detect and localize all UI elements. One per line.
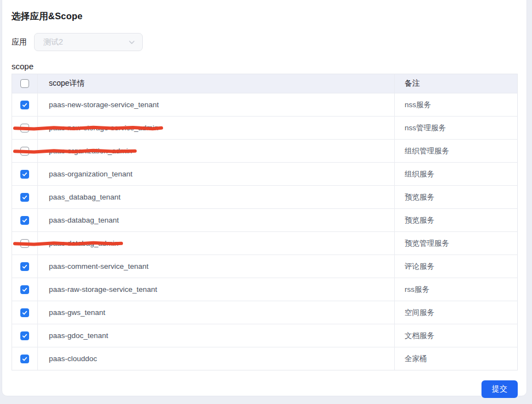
table-row: paas-new-storage-service_admin nss管理服务 xyxy=(12,116,517,139)
footer-bar: 提交 xyxy=(12,380,518,398)
remark-text: 预览管理服务 xyxy=(405,239,449,248)
scope-name: paas-new-storage-service_admin xyxy=(49,124,159,132)
table-header-row: scope详情 备注 xyxy=(12,74,517,93)
select-all-checkbox[interactable] xyxy=(20,79,29,88)
table-row: paas_databag_tenant 预览服务 xyxy=(12,185,517,208)
scope-section-label: scope xyxy=(12,62,518,71)
app-select[interactable]: 测试2 xyxy=(34,33,143,51)
row-checkbox[interactable] xyxy=(20,170,29,179)
scope-name: paas-databag_tenant xyxy=(49,216,119,224)
check-icon xyxy=(21,171,28,178)
page-title: 选择应用&Scope xyxy=(12,10,518,23)
scope-name: paas-organization_admin xyxy=(49,147,132,155)
app-label: 应用 xyxy=(12,37,27,47)
remark-text: 评论服务 xyxy=(405,262,434,272)
app-select-value: 测试2 xyxy=(43,37,63,47)
check-icon xyxy=(21,286,28,293)
check-icon xyxy=(21,194,28,201)
table-row: paas-gws_tenant 空间服务 xyxy=(12,301,517,324)
row-checkbox[interactable] xyxy=(20,331,29,340)
row-checkbox[interactable] xyxy=(20,147,29,156)
column-header-remark: 备注 xyxy=(394,74,517,93)
table-row: paas-clouddoc 全家桶 xyxy=(12,347,517,370)
check-icon xyxy=(21,356,28,362)
row-checkbox[interactable] xyxy=(20,262,29,271)
scope-name: paas-gws_tenant xyxy=(49,308,105,317)
check-icon xyxy=(21,333,28,339)
table-body: paas-new-storage-service_tenant nss服务 pa… xyxy=(12,93,517,370)
table-row: paas-comment-service_tenant 评论服务 xyxy=(12,254,517,278)
row-checkbox[interactable] xyxy=(20,308,29,317)
chevron-down-icon xyxy=(128,38,136,46)
remark-text: rss服务 xyxy=(405,285,429,295)
remark-text: 预览服务 xyxy=(405,192,434,202)
row-checkbox[interactable] xyxy=(20,355,29,363)
scope-table: scope详情 备注 paas-new-storage-service_tena… xyxy=(12,74,518,370)
remark-text: 预览服务 xyxy=(405,215,434,225)
check-icon xyxy=(21,263,28,270)
table-row: paas-databag_admin 预览管理服务 xyxy=(12,231,517,254)
app-field-row: 应用 测试2 xyxy=(12,33,518,51)
submit-button[interactable]: 提交 xyxy=(481,380,518,398)
check-icon xyxy=(21,217,28,224)
content-card: 选择应用&Scope 应用 测试2 scope scope详情 备注 xyxy=(2,0,527,396)
row-checkbox[interactable] xyxy=(20,124,29,132)
row-checkbox[interactable] xyxy=(20,216,29,225)
row-checkbox[interactable] xyxy=(20,239,29,248)
remark-text: 空间服务 xyxy=(405,308,434,318)
scope-name: paas-new-storage-service_tenant xyxy=(49,101,159,109)
table-row: paas-databag_tenant 预览服务 xyxy=(12,208,517,231)
scope-name: paas_databag_tenant xyxy=(49,193,121,201)
table-row: paas-organization_admin 组织管理服务 xyxy=(12,139,517,162)
check-icon xyxy=(21,102,28,108)
row-checkbox[interactable] xyxy=(20,101,29,109)
row-checkbox[interactable] xyxy=(20,285,29,294)
remark-text: nss管理服务 xyxy=(405,123,446,133)
remark-text: 组织服务 xyxy=(405,169,434,179)
table-row: paas-new-storage-service_tenant nss服务 xyxy=(12,93,517,116)
check-icon xyxy=(21,309,28,316)
table-row: paas-raw-storage-service_tenant rss服务 xyxy=(12,278,517,301)
row-checkbox[interactable] xyxy=(20,193,29,202)
scope-name: paas-gdoc_tenant xyxy=(49,331,108,340)
remark-text: nss服务 xyxy=(405,100,431,110)
remark-text: 组织管理服务 xyxy=(405,146,449,156)
scope-name: paas-organization_tenant xyxy=(49,170,132,178)
scope-name: paas-comment-service_tenant xyxy=(49,262,149,270)
column-header-scope: scope详情 xyxy=(37,74,394,93)
scope-name: paas-databag_admin xyxy=(49,239,119,247)
table-row: paas-gdoc_tenant 文档服务 xyxy=(12,324,517,347)
remark-text: 文档服务 xyxy=(405,331,434,341)
table-row: paas-organization_tenant 组织服务 xyxy=(12,162,517,185)
scope-name: paas-clouddoc xyxy=(49,355,97,363)
scope-name: paas-raw-storage-service_tenant xyxy=(49,285,157,294)
remark-text: 全家桶 xyxy=(405,354,427,364)
